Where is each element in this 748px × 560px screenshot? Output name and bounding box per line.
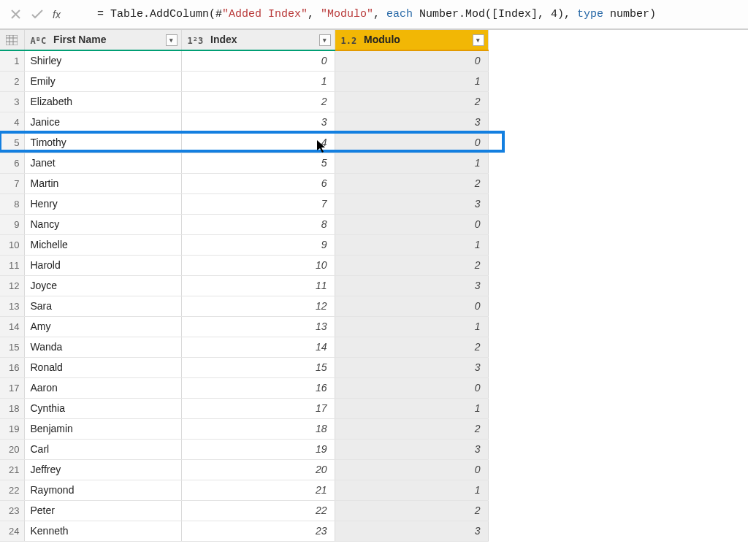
table-row[interactable]: 4Janice33 bbox=[0, 112, 488, 132]
index-cell[interactable]: 4 bbox=[181, 132, 335, 153]
row-number-cell[interactable]: 24 bbox=[0, 521, 24, 541]
row-number-cell[interactable]: 18 bbox=[0, 398, 24, 418]
row-number-cell[interactable]: 11 bbox=[0, 255, 24, 275]
modulo-cell[interactable]: 3 bbox=[335, 439, 488, 459]
row-number-cell[interactable]: 10 bbox=[0, 234, 24, 255]
modulo-cell[interactable]: 0 bbox=[335, 132, 488, 153]
table-row[interactable]: 16Ronald153 bbox=[0, 357, 488, 377]
modulo-cell[interactable]: 3 bbox=[335, 193, 488, 214]
row-number-cell[interactable]: 13 bbox=[0, 296, 24, 316]
first-name-cell[interactable]: Carl bbox=[24, 439, 181, 459]
index-cell[interactable]: 8 bbox=[181, 214, 335, 234]
row-number-cell[interactable]: 2 bbox=[0, 71, 24, 91]
table-row[interactable]: 12Joyce113 bbox=[0, 275, 488, 296]
modulo-cell[interactable]: 1 bbox=[335, 153, 488, 173]
first-name-cell[interactable]: Raymond bbox=[24, 480, 181, 500]
index-cell[interactable]: 23 bbox=[181, 521, 335, 541]
modulo-cell[interactable]: 2 bbox=[335, 255, 488, 275]
row-number-cell[interactable]: 22 bbox=[0, 480, 24, 500]
first-name-cell[interactable]: Ronald bbox=[24, 357, 181, 377]
modulo-cell[interactable]: 2 bbox=[335, 173, 488, 193]
column-filter-button[interactable]: ▾ bbox=[473, 34, 484, 46]
table-row[interactable]: 3Elizabeth22 bbox=[0, 91, 488, 112]
formula-input[interactable]: = Table.AddColumn(#"Added Index", "Modul… bbox=[66, 0, 744, 33]
row-number-cell[interactable]: 1 bbox=[0, 50, 24, 71]
first-name-cell[interactable]: Wanda bbox=[24, 337, 181, 357]
row-number-cell[interactable]: 5 bbox=[0, 132, 24, 153]
table-row[interactable]: 23Peter222 bbox=[0, 500, 488, 521]
row-number-cell[interactable]: 14 bbox=[0, 316, 24, 337]
table-row[interactable]: 7Martin62 bbox=[0, 173, 488, 193]
modulo-cell[interactable]: 3 bbox=[335, 521, 488, 541]
table-row[interactable]: 5Timothy40 bbox=[0, 132, 488, 153]
row-number-cell[interactable]: 8 bbox=[0, 193, 24, 214]
row-number-cell[interactable]: 21 bbox=[0, 459, 24, 480]
index-cell[interactable]: 15 bbox=[181, 357, 335, 377]
index-cell[interactable]: 19 bbox=[181, 439, 335, 459]
table-row[interactable]: 17Aaron160 bbox=[0, 377, 488, 398]
table-row[interactable]: 8Henry73 bbox=[0, 193, 488, 214]
modulo-cell[interactable]: 2 bbox=[335, 500, 488, 521]
modulo-cell[interactable]: 1 bbox=[335, 234, 488, 255]
table-row[interactable]: 1Shirley00 bbox=[0, 50, 488, 71]
first-name-cell[interactable]: Joyce bbox=[24, 275, 181, 296]
modulo-cell[interactable]: 0 bbox=[335, 50, 488, 71]
index-cell[interactable]: 17 bbox=[181, 398, 335, 418]
table-row[interactable]: 15Wanda142 bbox=[0, 337, 488, 357]
table-row[interactable]: 13Sara120 bbox=[0, 296, 488, 316]
index-cell[interactable]: 13 bbox=[181, 316, 335, 337]
table-row[interactable]: 18Cynthia171 bbox=[0, 398, 488, 418]
index-cell[interactable]: 22 bbox=[181, 500, 335, 521]
index-cell[interactable]: 20 bbox=[181, 459, 335, 480]
first-name-cell[interactable]: Elizabeth bbox=[24, 91, 181, 112]
first-name-cell[interactable]: Benjamin bbox=[24, 418, 181, 439]
table-row[interactable]: 20Carl193 bbox=[0, 439, 488, 459]
row-number-cell[interactable]: 16 bbox=[0, 357, 24, 377]
index-cell[interactable]: 21 bbox=[181, 480, 335, 500]
table-row[interactable]: 11Harold102 bbox=[0, 255, 488, 275]
modulo-cell[interactable]: 2 bbox=[335, 91, 488, 112]
modulo-cell[interactable]: 0 bbox=[335, 214, 488, 234]
modulo-cell[interactable]: 3 bbox=[335, 357, 488, 377]
index-cell[interactable]: 5 bbox=[181, 153, 335, 173]
first-name-cell[interactable]: Amy bbox=[24, 316, 181, 337]
table-row[interactable]: 14Amy131 bbox=[0, 316, 488, 337]
index-cell[interactable]: 9 bbox=[181, 234, 335, 255]
table-row[interactable]: 22Raymond211 bbox=[0, 480, 488, 500]
cancel-formula-button[interactable] bbox=[4, 4, 26, 25]
column-filter-button[interactable]: ▾ bbox=[166, 34, 178, 46]
column-header-first-name[interactable]: AᴮC First Name ▾ bbox=[24, 30, 181, 50]
table-row[interactable]: 21Jeffrey200 bbox=[0, 459, 488, 480]
index-cell[interactable]: 18 bbox=[181, 418, 335, 439]
row-number-cell[interactable]: 3 bbox=[0, 91, 24, 112]
index-cell[interactable]: 11 bbox=[181, 275, 335, 296]
first-name-cell[interactable]: Emily bbox=[24, 71, 181, 91]
column-header-modulo[interactable]: 1.2 Modulo ▾ bbox=[335, 30, 488, 50]
modulo-cell[interactable]: 1 bbox=[335, 316, 488, 337]
first-name-cell[interactable]: Aaron bbox=[24, 377, 181, 398]
column-header-index[interactable]: 1²3 Index ▾ bbox=[181, 30, 335, 50]
row-number-cell[interactable]: 20 bbox=[0, 439, 24, 459]
index-cell[interactable]: 7 bbox=[181, 193, 335, 214]
index-cell[interactable]: 1 bbox=[181, 71, 335, 91]
first-name-cell[interactable]: Peter bbox=[24, 500, 181, 521]
first-name-cell[interactable]: Kenneth bbox=[24, 521, 181, 541]
index-cell[interactable]: 6 bbox=[181, 173, 335, 193]
row-number-cell[interactable]: 12 bbox=[0, 275, 24, 296]
table-row[interactable]: 6Janet51 bbox=[0, 153, 488, 173]
confirm-formula-button[interactable] bbox=[26, 4, 48, 25]
table-row[interactable]: 19Benjamin182 bbox=[0, 418, 488, 439]
row-number-header[interactable] bbox=[0, 30, 24, 50]
table-row[interactable]: 9Nancy80 bbox=[0, 214, 488, 234]
row-number-cell[interactable]: 17 bbox=[0, 377, 24, 398]
index-cell[interactable]: 3 bbox=[181, 112, 335, 132]
modulo-cell[interactable]: 1 bbox=[335, 398, 488, 418]
modulo-cell[interactable]: 0 bbox=[335, 459, 488, 480]
first-name-cell[interactable]: Timothy bbox=[24, 132, 181, 153]
table-row[interactable]: 2Emily11 bbox=[0, 71, 488, 91]
row-number-cell[interactable]: 7 bbox=[0, 173, 24, 193]
column-filter-button[interactable]: ▾ bbox=[319, 34, 331, 46]
table-row[interactable]: 10Michelle91 bbox=[0, 234, 488, 255]
index-cell[interactable]: 10 bbox=[181, 255, 335, 275]
index-cell[interactable]: 16 bbox=[181, 377, 335, 398]
